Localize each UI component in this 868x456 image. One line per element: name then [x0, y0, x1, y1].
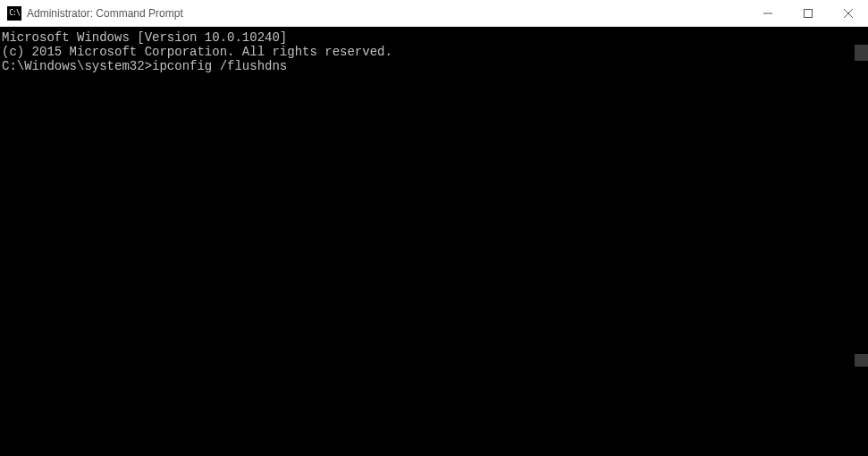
svg-rect-1: [804, 9, 812, 17]
scrollbar-thumb[interactable]: [855, 45, 868, 61]
maximize-button[interactable]: [788, 0, 828, 26]
console-output-line: (c) 2015 Microsoft Corporation. All righ…: [2, 45, 852, 59]
vertical-scrollbar[interactable]: [854, 27, 868, 456]
titlebar[interactable]: C:\ Administrator: Command Prompt: [0, 0, 868, 27]
scrollbar-thumb[interactable]: [855, 354, 868, 367]
close-button[interactable]: [828, 0, 868, 26]
maximize-icon: [804, 9, 813, 18]
console-area[interactable]: Microsoft Windows [Version 10.0.10240](c…: [0, 27, 868, 456]
app-icon: C:\: [7, 6, 21, 21]
console-prompt-line: C:\Windows\system32>ipconfig /flushdns: [2, 59, 852, 73]
console-prompt: C:\Windows\system32>: [2, 59, 152, 73]
window-controls: [747, 0, 868, 26]
console-content[interactable]: Microsoft Windows [Version 10.0.10240](c…: [0, 27, 854, 456]
minimize-icon: [763, 9, 772, 18]
console-command: ipconfig /flushdns: [152, 59, 287, 73]
window-title: Administrator: Command Prompt: [27, 7, 747, 20]
app-icon-glyph: C:\: [9, 10, 19, 17]
minimize-button[interactable]: [747, 0, 788, 26]
close-icon: [844, 9, 853, 18]
console-output-line: Microsoft Windows [Version 10.0.10240]: [2, 30, 852, 45]
